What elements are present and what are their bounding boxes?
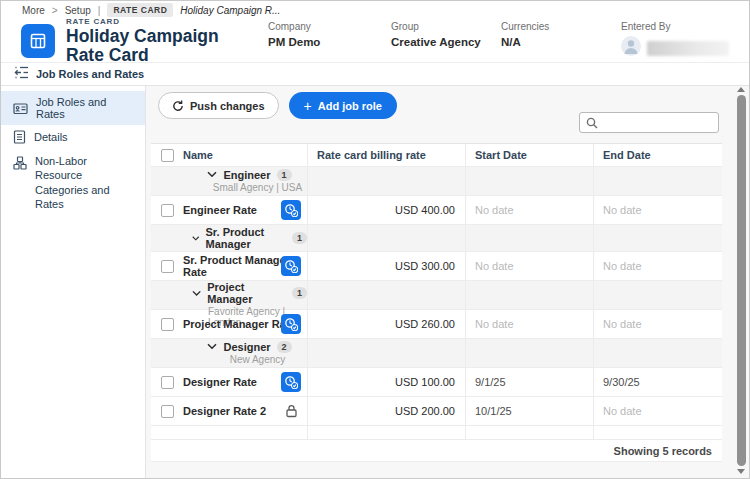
chevron-down-icon[interactable] (207, 343, 217, 350)
billing-rate-value[interactable]: USD 200.00 (307, 397, 465, 425)
role-rate-name: Project Manager Rate (183, 318, 295, 330)
sidebar-item-non-labor-resource[interactable]: Non-Labor Resource Categories and Rates (1, 149, 145, 216)
group-value: Creative Agency (391, 36, 501, 48)
sidebar-item-label: Non-Labor Resource Categories and Rates (35, 154, 137, 211)
currencies-label: Currencies (501, 21, 621, 32)
breadcrumb-setup[interactable]: Setup (65, 5, 91, 16)
billing-rate-value[interactable]: USD 260.00 (307, 310, 465, 338)
start-date-value[interactable]: 9/1/25 (465, 368, 593, 396)
entered-by-value-redacted (647, 41, 729, 56)
table-header-row: Name Rate card billing rate Start Date E… (151, 144, 722, 167)
group-row-engineer: Engineer 1 Small Agency | USA (151, 167, 722, 196)
collapse-panel-icon[interactable] (14, 65, 29, 83)
group-name: Designer (223, 341, 270, 353)
row-checkbox[interactable] (161, 204, 174, 217)
add-job-role-button[interactable]: + Add job role (289, 92, 397, 119)
entered-by-label: Entered By (621, 21, 729, 32)
left-panel: Job Roles and Rates Details Non-Labor Re… (1, 86, 146, 478)
table-row[interactable]: Designer Rate USD 100.00 9/1/25 9/30/25 (151, 368, 722, 397)
search-icon (586, 117, 598, 129)
end-date-value[interactable]: No date (593, 397, 722, 425)
scrollbar-thumb[interactable] (737, 95, 746, 466)
document-icon (13, 130, 26, 144)
start-date-value[interactable]: No date (465, 196, 593, 224)
empty-row (151, 426, 722, 440)
group-count-badge: 1 (292, 232, 307, 245)
page-title: Holiday Campaign Rate Card (66, 27, 226, 64)
push-changes-button[interactable]: Push changes (158, 92, 279, 119)
row-checkbox[interactable] (161, 405, 174, 418)
plus-icon: + (304, 99, 312, 113)
toolbar: Push changes + Add job role (158, 92, 397, 119)
billing-rate-value[interactable]: USD 300.00 (307, 252, 465, 280)
row-checkbox[interactable] (161, 318, 174, 331)
chevron-down-icon[interactable] (192, 290, 201, 297)
rate-card-icon (21, 24, 55, 58)
group-row-designer: Designer 2 New Agency (151, 339, 722, 368)
group-name: Engineer (223, 169, 270, 181)
scroll-up-arrow-icon[interactable] (737, 87, 745, 92)
group-subtitle: New Agency (230, 354, 286, 365)
breadcrumb-rate-card-chip[interactable]: RATE CARD (107, 3, 173, 17)
select-all-checkbox[interactable] (161, 149, 174, 162)
billing-rate-value[interactable]: USD 400.00 (307, 196, 465, 224)
section-header-title: Job Roles and Rates (36, 68, 144, 80)
start-date-value[interactable]: No date (465, 252, 593, 280)
avatar (621, 36, 641, 60)
end-date-value[interactable]: No date (593, 196, 722, 224)
main-panel: Push changes + Add job role Name (146, 86, 749, 478)
table-row[interactable]: Engineer Rate USD 400.00 No date No date (151, 196, 722, 225)
group-count-badge: 1 (292, 287, 307, 300)
group-name: Sr. Product Manager (206, 226, 286, 250)
breadcrumb-more[interactable]: More (22, 5, 45, 16)
add-job-role-label: Add job role (318, 100, 382, 112)
chevron-down-icon[interactable] (192, 235, 200, 242)
breadcrumb-separator: > (52, 5, 58, 16)
role-rate-name: Designer Rate 2 (183, 405, 266, 417)
group-subtitle: Small Agency | USA (213, 182, 302, 193)
group-label: Group (391, 21, 501, 32)
row-checkbox[interactable] (161, 260, 174, 273)
start-date-value[interactable]: 10/1/25 (465, 397, 593, 425)
chevron-down-icon[interactable] (207, 171, 217, 178)
object-type-eyebrow: RATE CARD (66, 17, 226, 26)
sidebar-item-job-roles-and-rates[interactable]: Job Roles and Rates (1, 91, 145, 125)
end-date-value[interactable]: 9/30/25 (593, 368, 722, 396)
column-header-rate[interactable]: Rate card billing rate (307, 144, 465, 166)
role-rate-name: Engineer Rate (183, 204, 257, 216)
section-header: Job Roles and Rates (1, 63, 749, 86)
group-count-badge: 1 (277, 169, 292, 182)
billing-rate-value[interactable]: USD 100.00 (307, 368, 465, 396)
end-date-value[interactable]: No date (593, 252, 722, 280)
table-row[interactable]: Sr. Product Manager Rate USD 300.00 No d… (151, 252, 722, 281)
sidebar-item-label: Details (34, 131, 68, 143)
vertical-scrollbar[interactable] (735, 87, 747, 474)
table-row[interactable]: Project Manager Rate USD 260.00 No date … (151, 310, 722, 339)
breadcrumb-divider: | (98, 5, 101, 16)
breadcrumb-current: Holiday Campaign R... (180, 5, 280, 16)
company-label: Company (268, 21, 391, 32)
column-header-end-date[interactable]: End Date (593, 144, 722, 166)
end-date-value[interactable]: No date (593, 310, 722, 338)
billing-rate-icon (281, 256, 301, 276)
billing-rate-icon (281, 372, 301, 392)
column-header-name[interactable]: Name (183, 144, 307, 166)
rate-card-window: More > Setup | RATE CARD Holiday Campaig… (0, 0, 750, 479)
record-count: Showing 5 records (614, 445, 712, 457)
search-input[interactable] (602, 117, 718, 129)
column-header-start-date[interactable]: Start Date (465, 144, 593, 166)
rate-table: Name Rate card billing rate Start Date E… (151, 143, 722, 462)
currencies-value: N/A (501, 36, 621, 48)
scroll-down-arrow-icon[interactable] (737, 469, 745, 474)
sidebar-item-details[interactable]: Details (1, 125, 145, 149)
company-value: PM Demo (268, 36, 391, 48)
billing-rate-icon (281, 314, 301, 334)
table-footer: Showing 5 records (151, 440, 722, 462)
search-box[interactable] (579, 112, 719, 133)
row-checkbox[interactable] (161, 376, 174, 389)
table-row[interactable]: Designer Rate 2 USD 200.00 10/1/25 No da… (151, 397, 722, 426)
categories-grid-icon (13, 156, 27, 170)
start-date-value[interactable]: No date (465, 310, 593, 338)
group-row-project-manager: Project Manager 1 Favorite Agency | Lond… (151, 281, 722, 310)
push-changes-label: Push changes (190, 100, 265, 112)
